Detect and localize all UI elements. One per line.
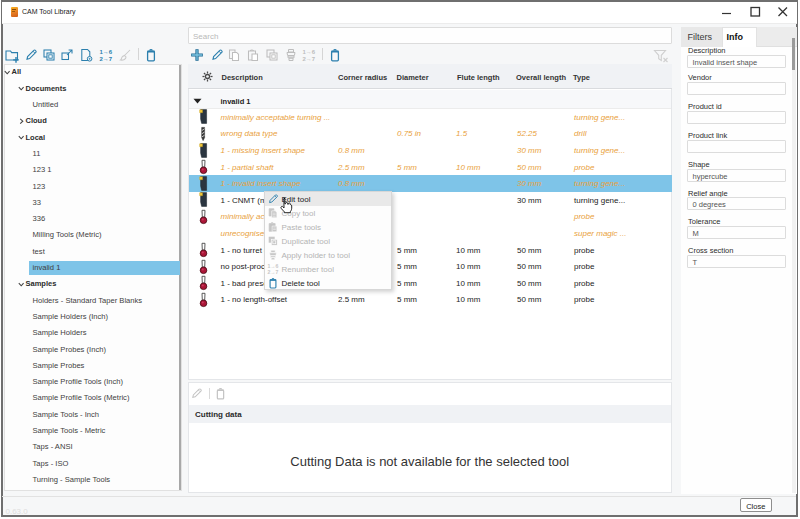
svg-text:2→7: 2→7	[303, 56, 316, 62]
svg-text:1→6: 1→6	[100, 49, 113, 55]
svg-text:2→7: 2→7	[100, 56, 113, 62]
svg-text:1→6: 1→6	[303, 49, 316, 55]
svg-text:2→7: 2→7	[267, 269, 278, 275]
